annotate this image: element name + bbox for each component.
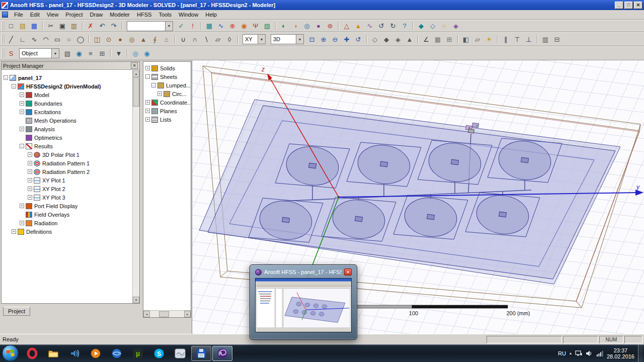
menu-item[interactable]: View [43,10,62,19]
draw-polyhedron-button[interactable]: ⌂ [161,34,172,44]
minimize-button[interactable]: _ [615,2,623,9]
boolean-intersect-button[interactable]: ∩ [189,34,200,44]
taskbar-item-skype[interactable]: S [149,346,169,361]
delete-button[interactable]: ✗ [85,21,96,31]
toolbar-button[interactable] [87,34,91,44]
taskbar-item-volume[interactable] [64,346,85,361]
taskbar-item-graphics-app[interactable] [170,346,190,361]
tree-item[interactable]: + Model [2,90,132,99]
paste-button[interactable]: ▥ [68,21,79,31]
scroll-up-icon[interactable]: ▲ [133,70,139,77]
local-cs-button[interactable]: ◉ [141,48,152,58]
boundary-display-button[interactable]: △ [341,21,352,31]
tree-item[interactable]: + Definitions [2,227,132,236]
menu-item[interactable]: Modeler [106,10,133,19]
expand-toggle-icon[interactable]: - [4,75,8,80]
component-button[interactable]: ◇ [427,21,438,31]
expand-toggle-icon[interactable]: + [145,66,150,70]
draw-cone-button[interactable]: ▲ [138,34,149,44]
pan-button[interactable]: ✚ [341,34,352,44]
wireframe-view-button[interactable]: ▱ [472,34,483,44]
tab-project[interactable]: Project [3,307,30,316]
tree-item[interactable]: + XY Plot 1 [2,176,132,185]
tree-item[interactable]: + Excitations [2,108,132,116]
tree-item[interactable]: + Radiation Pattern 1 [2,159,132,167]
expand-toggle-icon[interactable]: - [12,84,16,88]
menu-item[interactable]: File [11,10,27,19]
align-top-button[interactable]: ⊤ [512,34,523,44]
sweep-button[interactable]: ▱ [212,34,223,44]
copy-button[interactable]: ▣ [57,21,68,31]
draw-torus-button[interactable]: ◎ [126,34,137,44]
expand-toggle-icon[interactable]: + [28,178,32,183]
align-bottom-button[interactable]: ⊥ [523,34,534,44]
toolbar-button[interactable] [416,34,420,44]
validate-button[interactable]: ✓ [176,21,187,31]
tray-expand-icon[interactable]: ▴ [570,351,572,355]
expand-toggle-icon[interactable]: - [151,83,156,87]
material-button[interactable]: ◈ [450,21,461,31]
window-thumbnail[interactable] [255,278,352,332]
tree-item[interactable]: + Planes [143,107,191,115]
array-setup-button[interactable]: ◆ [416,21,427,31]
scroll-down-icon[interactable]: ▼ [133,297,139,303]
radiation-pattern-button[interactable]: ◉ [238,21,250,31]
tree-item[interactable]: + Coordinate... [143,98,191,107]
tree-item[interactable]: + Solids [143,64,191,72]
toolbar-button[interactable] [411,21,415,31]
maximize-button[interactable]: □ [624,2,633,9]
align-horizontal-button[interactable]: ∥ [500,34,511,44]
solution-combo[interactable]: ▼ [127,21,173,31]
antenna-params-button[interactable]: Ψ [250,21,261,31]
measure-button[interactable]: ∠ [421,34,432,44]
hpc-options-button[interactable]: ◎ [301,21,312,31]
object-select-combo[interactable]: Object ▼ [19,48,59,58]
draw-helix-button[interactable]: ∮ [149,34,160,44]
draw-sphere-button[interactable]: ● [115,34,126,44]
start-button[interactable] [2,345,19,361]
solve-setup-button[interactable]: ● [313,21,324,31]
close-button[interactable]: ✕ [634,2,642,9]
language-indicator[interactable]: RU [558,350,566,356]
frequency-sweep-button[interactable]: ⊚ [325,21,336,31]
scroll-thumb[interactable] [133,77,139,107]
zoom-out-button[interactable]: ⊖ [330,34,341,44]
draw-arc-button[interactable]: ◠ [40,34,51,44]
scroll-thumb[interactable] [159,311,169,317]
toolbar-button[interactable] [535,34,539,44]
tree-item[interactable]: - HFSSDesign2 (DrivenModal) [2,82,132,90]
expand-toggle-icon[interactable]: + [20,221,24,225]
close-icon[interactable]: ✕ [344,268,352,276]
draw-line-button[interactable]: ╱ [6,34,17,44]
history-tree-button[interactable]: ≡ [85,48,96,58]
create-report-button[interactable]: ∿ [215,21,226,31]
field-calculator-button[interactable]: ∿ [364,21,375,31]
scroll-left-icon[interactable]: ◂ [143,311,150,317]
menu-item[interactable]: Tools [155,10,175,19]
tree-item[interactable]: + Analysis [2,125,132,133]
draw-cylinder-button[interactable]: ⊙ [103,34,114,44]
help-button[interactable]: ? [399,21,410,31]
matrix-data-button[interactable]: ▦ [204,21,215,31]
lighting-button[interactable]: ☀ [484,34,495,44]
taskbar-item-explorer[interactable] [43,346,63,361]
new-button[interactable]: □ [6,21,17,31]
chevron-down-icon[interactable]: ▼ [296,35,303,44]
view-yz-button[interactable]: ◆ [381,34,392,44]
grid-settings-button[interactable]: ▦ [432,34,443,44]
taskbar-item-browser[interactable] [107,346,127,361]
toolbar-button[interactable] [336,21,341,31]
boolean-unite-button[interactable]: ∪ [178,34,189,44]
expand-toggle-icon[interactable]: + [157,92,162,96]
analyze-button[interactable]: ! [187,21,198,31]
toolbar-button[interactable] [120,21,124,31]
tree-item[interactable]: + Circ... [143,89,191,98]
sphere-display-button[interactable]: ○ [439,21,450,31]
tree-item[interactable]: + 3D Polar Plot 1 [2,150,132,159]
tree-item[interactable]: - Sheets [143,72,191,81]
expand-toggle-icon[interactable]: + [12,229,16,234]
tree-item[interactable]: Field Overlays [2,210,132,219]
taskbar-item-save-tool[interactable] [191,346,211,361]
expand-toggle-icon[interactable]: + [20,127,24,131]
tree-item[interactable]: + XY Plot 3 [2,193,132,202]
